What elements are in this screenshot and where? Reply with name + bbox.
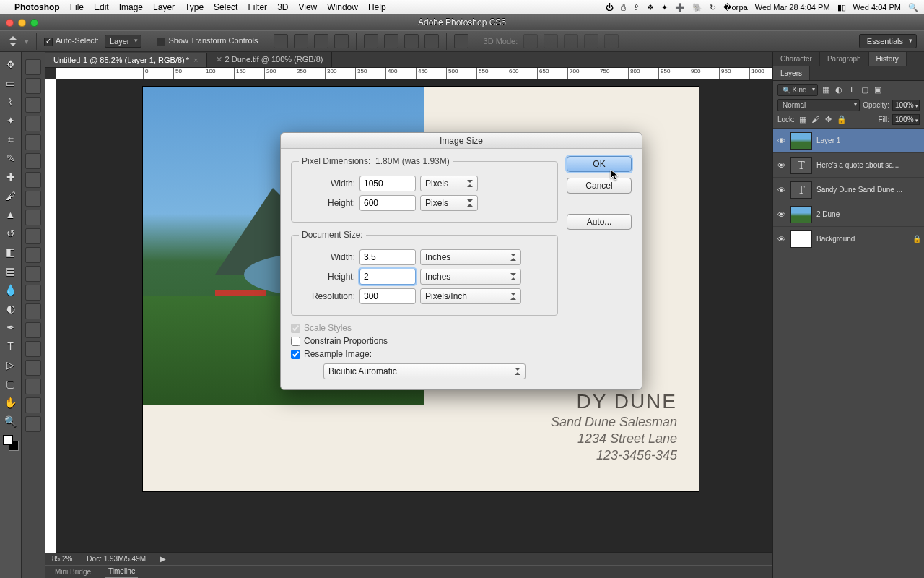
layer-row[interactable]: 👁Layer 1 — [773, 129, 924, 153]
auto-button[interactable]: Auto... — [567, 214, 632, 230]
tray-icon[interactable]: ↻ — [710, 3, 716, 12]
app-menu[interactable]: Photoshop — [14, 2, 60, 12]
pixel-height-unit[interactable]: Pixels — [420, 195, 478, 211]
clock[interactable]: Wed 4:04 PM — [853, 3, 901, 12]
tab-character[interactable]: Character — [773, 52, 820, 66]
menu-image[interactable]: Image — [119, 2, 143, 12]
stamp-tool[interactable]: ▲ — [2, 206, 19, 223]
align-icon[interactable] — [294, 34, 308, 48]
crop-tool[interactable]: ⌗ — [2, 131, 19, 148]
lasso-tool[interactable]: ⌇ — [2, 93, 19, 111]
tab-paragraph[interactable]: Paragraph — [820, 52, 869, 66]
zoom-level[interactable]: 85.2% — [52, 555, 72, 563]
dock-icon[interactable] — [25, 416, 41, 432]
filter-pixel-icon[interactable]: ▦ — [821, 85, 831, 95]
lock-transparent-icon[interactable]: ▦ — [798, 115, 808, 125]
lock-pixels-icon[interactable]: 🖌 — [811, 115, 821, 125]
ruler-vertical[interactable] — [45, 79, 56, 553]
dodge-tool[interactable]: ◐ — [2, 300, 19, 317]
layer-name[interactable]: Layer 1 — [816, 137, 921, 144]
spotlight-icon[interactable]: 🔍 — [908, 3, 918, 12]
layer-row[interactable]: 👁Background🔒 — [773, 227, 924, 251]
tray-icon[interactable]: ⇪ — [633, 3, 640, 12]
menu-edit[interactable]: Edit — [94, 2, 109, 12]
doc-width-unit[interactable]: Inches — [420, 249, 521, 265]
tab-layers[interactable]: Layers — [773, 66, 810, 80]
auto-select-checkbox[interactable] — [44, 38, 53, 46]
shape-tool[interactable]: ▢ — [2, 375, 19, 392]
hand-tool[interactable]: ✋ — [2, 394, 19, 411]
menu-3d[interactable]: 3D — [277, 2, 288, 12]
resolution-unit[interactable]: Pixels/Inch — [420, 288, 521, 304]
dock-icon[interactable] — [25, 303, 41, 319]
align-icon[interactable] — [314, 34, 328, 48]
tray-icon[interactable]: ⎙ — [621, 3, 626, 12]
3d-icon[interactable] — [544, 34, 558, 48]
pen-tool[interactable]: ✒ — [2, 319, 19, 336]
3d-icon[interactable] — [604, 34, 619, 48]
show-transform-checkbox[interactable] — [157, 38, 165, 46]
gradient-tool[interactable]: ▤ — [2, 262, 19, 280]
menu-file[interactable]: File — [70, 2, 84, 12]
lock-position-icon[interactable]: ✥ — [824, 115, 834, 125]
layer-name[interactable]: 2 Dune — [816, 210, 921, 218]
distribute-icon[interactable] — [404, 34, 419, 48]
distribute-icon[interactable] — [384, 34, 398, 48]
dock-icon[interactable] — [25, 210, 41, 225]
close-window[interactable] — [6, 19, 14, 27]
clock[interactable]: Wed Mar 28 4:04 PM — [755, 3, 830, 12]
tray-icon[interactable]: 🐘 — [692, 3, 702, 12]
3d-icon[interactable] — [584, 34, 598, 48]
visibility-icon[interactable]: 👁 — [776, 235, 786, 243]
pixel-height-input[interactable] — [359, 195, 416, 211]
3d-icon[interactable] — [564, 34, 578, 48]
pixel-width-input[interactable] — [359, 176, 416, 191]
align-icon[interactable] — [334, 34, 349, 48]
layer-name[interactable]: Background — [816, 235, 908, 243]
dock-icon[interactable] — [25, 285, 41, 301]
dock-icon[interactable] — [25, 228, 41, 244]
tray-icon[interactable]: ⏻ — [606, 3, 614, 12]
menu-view[interactable]: View — [298, 2, 317, 12]
resample-image-checkbox[interactable]: Resample Image: — [291, 349, 558, 359]
battery-icon[interactable]: ▮▯ — [837, 3, 846, 12]
history-brush-tool[interactable]: ↺ — [2, 225, 19, 242]
tray-icon[interactable]: ✦ — [661, 3, 668, 12]
dock-icon[interactable] — [25, 266, 41, 282]
wand-tool[interactable]: ✦ — [2, 112, 19, 129]
close-icon[interactable]: × — [193, 56, 198, 64]
workspace-switcher[interactable]: Essentials — [859, 34, 917, 48]
ruler-horizontal[interactable]: 0501001502002503003504004505005506006507… — [56, 68, 772, 79]
menu-type[interactable]: Type — [185, 2, 204, 12]
layer-name[interactable]: Sandy Dune Sand Dune ... — [816, 186, 921, 194]
cancel-button[interactable]: Cancel — [567, 178, 632, 194]
heal-tool[interactable]: ✚ — [2, 168, 19, 186]
color-swatch[interactable] — [3, 435, 19, 451]
dock-icon[interactable] — [25, 379, 41, 394]
doc-info[interactable]: Doc: 1.93M/5.49M — [87, 555, 146, 563]
dock-icon[interactable] — [25, 59, 41, 75]
dock-icon[interactable] — [25, 360, 41, 376]
constrain-proportions-checkbox[interactable]: Constrain Proportions — [291, 336, 558, 346]
doc-height-input[interactable] — [359, 269, 416, 285]
fill-value[interactable]: 100% — [892, 114, 920, 125]
menu-filter[interactable]: Filter — [248, 2, 267, 12]
status-menu-icon[interactable]: ▶ — [160, 555, 166, 563]
timeline-tab[interactable]: Timeline — [105, 566, 138, 578]
dock-icon[interactable] — [25, 341, 41, 357]
opacity-value[interactable]: 100% — [892, 100, 920, 111]
menu-help[interactable]: Help — [368, 2, 386, 12]
eyedropper-tool[interactable]: ✎ — [2, 150, 19, 167]
dock-icon[interactable] — [25, 134, 41, 150]
brush-tool[interactable]: 🖌 — [2, 187, 19, 204]
path-select-tool[interactable]: ▷ — [2, 356, 19, 374]
lock-all-icon[interactable]: 🔒 — [837, 115, 847, 125]
visibility-icon[interactable]: 👁 — [776, 210, 786, 219]
tray-icon[interactable]: ➕ — [675, 3, 685, 12]
resample-method[interactable]: Bicubic Automatic — [323, 363, 526, 379]
distribute-icon[interactable] — [364, 34, 378, 48]
zoom-tool[interactable]: 🔍 — [2, 413, 19, 430]
align-icon[interactable] — [274, 34, 288, 48]
dock-icon[interactable] — [25, 153, 41, 169]
doc-tab[interactable]: Untitled-1 @ 85.2% (Layer 1, RGB/8)*× — [45, 53, 207, 67]
